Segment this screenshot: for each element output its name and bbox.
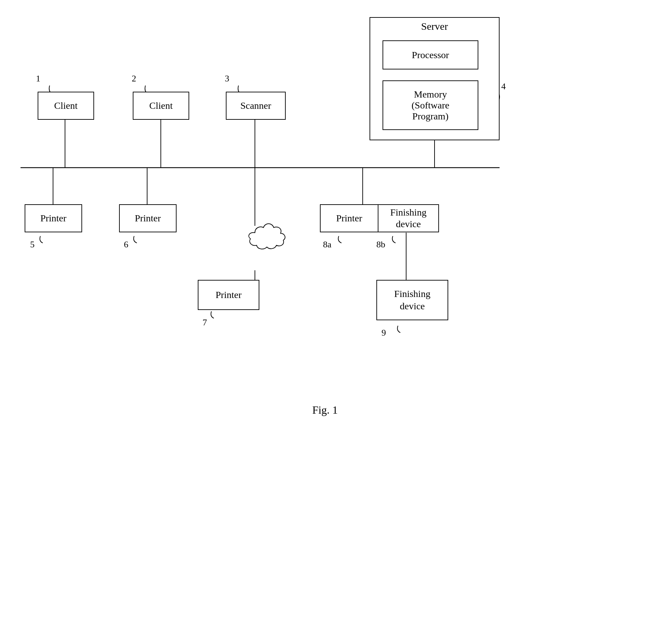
printer8a-label: Printer <box>336 213 362 224</box>
server-label: Server <box>421 21 448 32</box>
label-7: 7 <box>203 318 207 328</box>
printer7-box: Printer <box>198 280 259 310</box>
label-8b: 8b <box>376 240 385 250</box>
label-4: 4 <box>501 81 506 92</box>
memory-label: Memory (Software Program) <box>412 89 449 122</box>
client2-box: Client <box>133 92 189 120</box>
connection-lines <box>0 0 672 621</box>
label-1: 1 <box>36 74 40 84</box>
printer6-box: Printer <box>119 204 177 232</box>
label-9: 9 <box>382 328 386 338</box>
scanner-box: Scanner <box>226 92 286 120</box>
finishing8b-label: Finishingdevice <box>390 207 427 230</box>
printer5-box: Printer <box>25 204 82 232</box>
label-5: 5 <box>30 240 35 250</box>
client1-box: Client <box>38 92 94 120</box>
label-3: 3 <box>225 74 229 84</box>
label-6: 6 <box>124 240 128 250</box>
label-8a: 8a <box>323 240 332 250</box>
finishing9-label: Finishingdevice <box>394 288 430 313</box>
scanner-label: Scanner <box>240 100 271 111</box>
client1-label: Client <box>54 100 77 111</box>
printer5-label: Printer <box>40 213 66 224</box>
figure-caption: Fig. 1 <box>291 404 359 416</box>
printer7-label: Printer <box>216 289 242 300</box>
processor-box: Processor <box>383 40 478 69</box>
diagram: Server Processor Memory (Software Progra… <box>0 0 672 621</box>
processor-label: Processor <box>412 50 449 61</box>
printer6-label: Printer <box>135 213 161 224</box>
finishing9-box: Finishingdevice <box>376 280 448 320</box>
memory-box: Memory (Software Program) <box>383 80 478 130</box>
printer8-group-box: Printer Finishingdevice <box>320 204 439 232</box>
client2-label: Client <box>149 100 172 111</box>
label-2: 2 <box>132 74 136 84</box>
